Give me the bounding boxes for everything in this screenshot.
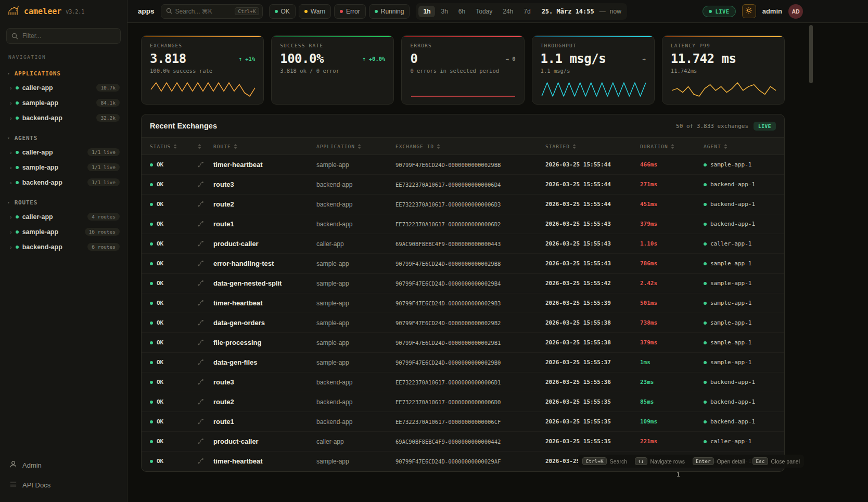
filter-chip-ok[interactable]: OK (269, 4, 296, 19)
time-range-today[interactable]: Today (471, 6, 497, 17)
stat-subtext: 11.742ms (671, 68, 776, 74)
theme-toggle-button[interactable] (742, 4, 756, 18)
route-icon (198, 221, 204, 227)
section-header-routes[interactable]: ▾ROUTES (0, 196, 127, 209)
route-icon (198, 280, 204, 286)
status-dot (375, 10, 378, 13)
agent-cell: caller-app-1 (704, 240, 776, 247)
table-row[interactable]: OK data-gen-nested-split sample-app 9079… (142, 274, 784, 293)
application-cell: sample-app (316, 300, 395, 307)
table-row[interactable]: OK route3 backend-app EE7322370A10617-00… (142, 175, 784, 195)
exchange-id-cell: EE7322370A10617-00000000000006D3 (395, 201, 545, 208)
exchange-id-cell: 90799F47E6CD24D-00000000000029B4 (395, 280, 545, 287)
table-row[interactable]: OK data-gen-orders sample-app 90799F47E6… (142, 313, 784, 333)
table-live-badge[interactable]: LIVE (754, 122, 776, 131)
column-header-icon[interactable] (198, 144, 213, 149)
stat-cards-row: EXCHANGES 3.818 ↑ +1% 100.0% success rat… (141, 35, 785, 105)
route-cell: route3 (213, 378, 316, 386)
sidebar-section-agents: ▾AGENTS›caller-app1/1 live›sample-app1/1… (0, 132, 127, 190)
logo[interactable]: cameleer v3.2.1 (0, 0, 127, 23)
search-icon (166, 7, 172, 16)
table-row[interactable]: OK product-caller caller-app 69AC90BF8EB… (142, 234, 784, 254)
card-accent-bar (662, 36, 784, 37)
sidebar-item-routes-backend-app[interactable]: ›backend-app6 routes (0, 239, 127, 254)
sidebar-item-agents-backend-app[interactable]: ›backend-app1/1 live (0, 175, 127, 190)
scrollbar-thumb[interactable] (809, 25, 813, 83)
section-header-agents[interactable]: ▾AGENTS (0, 132, 127, 145)
table-row[interactable]: OK timer-heartbeat sample-app 90799F47E6… (142, 293, 784, 313)
column-header-duration[interactable]: DURATION (640, 144, 704, 149)
status-dot (704, 282, 707, 285)
table-row[interactable]: OK route3 backend-app EE7322370A10617-00… (142, 372, 784, 392)
route-icon (198, 260, 204, 266)
status-dot (16, 166, 19, 169)
sort-icon (724, 144, 727, 149)
sidebar-item-applications-caller-app[interactable]: ›caller-app10.7k (0, 80, 127, 95)
status-dot (16, 230, 19, 234)
table-row[interactable]: OK error-handling-test sample-app 90799F… (142, 254, 784, 274)
sidebar-item-agents-caller-app[interactable]: ›caller-app1/1 live (0, 145, 127, 160)
live-badge[interactable]: LIVE (703, 6, 735, 17)
status-dot (150, 361, 153, 364)
search-input[interactable] (175, 8, 232, 15)
column-header-exchange-id[interactable]: EXCHANGE ID (395, 144, 545, 149)
table-row[interactable]: OK timer-heartbeat sample-app 90799F47E6… (142, 155, 784, 175)
item-badge: 16 routes (85, 228, 120, 236)
item-badge: 10.7k (96, 84, 120, 92)
status-dot (704, 242, 707, 246)
keyboard-hint-navigate-rows: ↑↓Navigate rows (635, 457, 685, 465)
route-cell: route1 (213, 418, 316, 426)
table-row[interactable]: OK route1 backend-app EE7322370A10617-00… (142, 412, 784, 432)
agent-cell: sample-app-1 (704, 359, 776, 366)
agent-cell: backend-app-1 (704, 181, 776, 188)
status-dot (16, 151, 19, 154)
global-search[interactable]: Ctrl+K (161, 4, 263, 19)
page-number[interactable]: 1 (676, 471, 680, 478)
sidebar-item-routes-caller-app[interactable]: ›caller-app4 routes (0, 209, 127, 224)
exchange-id-cell: 90799F47E6CD24D-00000000000029B2 (395, 320, 545, 326)
sidebar-item-api-docs[interactable]: API Docs (0, 475, 127, 495)
route-icon (198, 458, 204, 464)
sidebar-item-applications-backend-app[interactable]: ›backend-app32.2k (0, 110, 127, 125)
filter-chip-error[interactable]: Error (334, 4, 366, 19)
column-header-agent[interactable]: AGENT (704, 144, 776, 149)
table-row[interactable]: OK product-caller caller-app 69AC90BF8EB… (142, 432, 784, 452)
sidebar-item-agents-sample-app[interactable]: ›sample-app1/1 live (0, 160, 127, 175)
section-title: ROUTES (15, 199, 38, 206)
route-icon-cell (198, 180, 213, 189)
sidebar-item-routes-sample-app[interactable]: ›sample-app16 routes (0, 224, 127, 239)
sidebar-item-applications-sample-app[interactable]: ›sample-app84.1k (0, 95, 127, 110)
section-header-applications[interactable]: ▾APPLICATIONS (0, 67, 127, 80)
time-range-1h[interactable]: 1h (418, 6, 435, 17)
time-range-24h[interactable]: 24h (498, 6, 518, 17)
filter-chip-running[interactable]: Running (369, 4, 410, 19)
time-range-3h[interactable]: 3h (436, 6, 452, 17)
keyboard-hint-search: Ctrl+KSearch (582, 457, 627, 465)
column-header-route[interactable]: ROUTE (213, 144, 316, 149)
column-header-started[interactable]: STARTED (545, 144, 640, 149)
table-row[interactable]: OK route2 backend-app EE7322370A10617-00… (142, 195, 784, 214)
duration-cell: 271ms (640, 181, 704, 188)
table-row[interactable]: OK route2 backend-app EE7322370A10617-00… (142, 392, 784, 412)
item-label: backend-app (22, 114, 62, 122)
table-row[interactable]: OK data-gen-files sample-app 90799F47E6C… (142, 353, 784, 372)
date-label[interactable]: 25. März 14:55 (537, 8, 598, 15)
item-label: sample-app (22, 228, 58, 236)
avatar[interactable]: AD (788, 4, 803, 19)
route-cell: timer-heartbeat (213, 161, 316, 169)
status-cell: OK (150, 418, 198, 425)
route-cell: route1 (213, 220, 316, 228)
sidebar-item-admin[interactable]: Admin (0, 455, 127, 475)
column-header-status[interactable]: STATUS (150, 144, 198, 149)
route-cell: file-processing (213, 339, 316, 346)
sidebar-filter-input[interactable] (6, 28, 121, 44)
status-cell: OK (150, 260, 198, 267)
table-row[interactable]: OK route1 backend-app EE7322370A10617-00… (142, 214, 784, 234)
time-range-7d[interactable]: 7d (519, 6, 535, 17)
topbar-right: LIVE admin AD (703, 4, 803, 19)
filter-chip-warn[interactable]: Warn (299, 4, 331, 19)
now-label[interactable]: now (607, 8, 624, 15)
time-range-6h[interactable]: 6h (454, 6, 470, 17)
column-header-application[interactable]: APPLICATION (316, 144, 395, 149)
table-row[interactable]: OK file-processing sample-app 90799F47E6… (142, 333, 784, 353)
